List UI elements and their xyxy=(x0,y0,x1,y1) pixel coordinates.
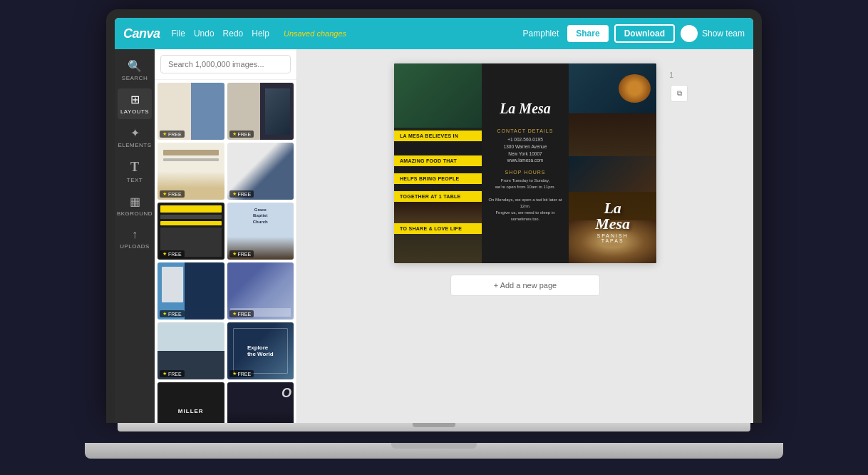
team-avatar xyxy=(681,25,698,42)
canvas-page: LA MESA BELIEVES IN AMAZING FOOD THAT HE… xyxy=(394,63,656,263)
panel-label-2: AMAZING FOOD THAT xyxy=(394,155,482,166)
free-badge: ★ FREE xyxy=(160,370,185,377)
sidebar-uploads-label: UPLOADS xyxy=(120,243,150,250)
share-button[interactable]: Share xyxy=(567,25,608,42)
sidebar-item-search[interactable]: 🔍 SEARCH xyxy=(118,55,152,86)
panel-label-1: LA MESA BELIEVES IN xyxy=(394,131,482,141)
laptop-notch xyxy=(413,423,455,427)
uploads-icon: ↑ xyxy=(132,228,138,241)
menu-undo[interactable]: Undo xyxy=(194,29,215,39)
template-item[interactable]: MILLER ★ FREE xyxy=(157,382,224,423)
sidebar-layouts-label: LAYOUTS xyxy=(120,108,149,115)
pamphlet-panel-right: La Mesa SPANISH TAPAS xyxy=(569,63,656,263)
app-container: Canva File Undo Redo Help Unsaved change… xyxy=(115,18,753,423)
canvas-area: LA MESA BELIEVES IN AMAZING FOOD THAT HE… xyxy=(297,49,753,423)
free-badge: ★ FREE xyxy=(229,370,254,377)
background-icon: ▦ xyxy=(130,195,140,208)
show-team-label: Show team xyxy=(702,29,745,39)
panel-right-logo: La Mesa xyxy=(591,200,634,232)
laptop-bezel: Canva File Undo Redo Help Unsaved change… xyxy=(106,9,762,423)
panel-label-4: TOGETHER AT 1 TABLE xyxy=(394,191,482,202)
laptop-bottom-bar xyxy=(118,423,750,431)
free-badge: ★ FREE xyxy=(229,310,254,317)
free-badge: ★ FREE xyxy=(160,250,185,257)
menu-help[interactable]: Help xyxy=(252,29,269,39)
elements-icon: ✦ xyxy=(130,126,140,140)
panel-label-3: HELPS BRING PEOPLE xyxy=(394,173,482,184)
template-item[interactable]: ★ FREE xyxy=(157,143,224,200)
contact-title: CONTACT DETAILS xyxy=(497,128,554,133)
template-item[interactable]: GraceBaptistChurch ★ FREE xyxy=(227,203,294,260)
free-badge: ★ FREE xyxy=(160,131,185,138)
laptop-screen: Canva File Undo Redo Help Unsaved change… xyxy=(115,18,753,423)
sidebar: 🔍 SEARCH ⊞ LAYOUTS ✦ ELEMENTS T xyxy=(115,49,155,423)
search-input[interactable] xyxy=(160,55,291,73)
page-number: 1 xyxy=(669,71,673,79)
topbar: Canva File Undo Redo Help Unsaved change… xyxy=(115,18,753,49)
sidebar-elements-label: ELEMENTS xyxy=(118,142,151,148)
free-badge: ★ FREE xyxy=(229,131,254,138)
sidebar-item-text[interactable]: T TEXT xyxy=(118,155,152,188)
templates-panel: ★ FREE ★ FREE xyxy=(155,49,297,423)
sidebar-item-background[interactable]: ▦ BKGROUND xyxy=(118,190,152,221)
free-badge: ★ FREE xyxy=(229,190,254,198)
template-item[interactable]: Explorethe World ★ FREE xyxy=(227,322,294,379)
sidebar-text-label: TEXT xyxy=(127,177,143,183)
sidebar-item-uploads[interactable]: ↑ UPLOADS xyxy=(118,224,152,254)
template-item[interactable]: ★ FREE xyxy=(157,262,224,320)
unsaved-changes: Unsaved changes xyxy=(284,29,346,38)
topbar-right: Pamphlet Share Download Show team xyxy=(523,24,745,43)
sidebar-item-layouts[interactable]: ⊞ LAYOUTS xyxy=(118,88,152,119)
laptop-base xyxy=(85,443,783,459)
free-badge: ★ FREE xyxy=(160,310,185,317)
sidebar-search-label: SEARCH xyxy=(122,75,148,81)
template-item[interactable]: ★ FREE xyxy=(157,203,224,260)
free-badge: ★ FREE xyxy=(160,190,185,198)
text-icon: T xyxy=(130,160,139,175)
template-item[interactable]: ★ FREE xyxy=(227,83,294,140)
shop-hours-title: SHOP HOURS xyxy=(505,170,546,175)
pamphlet-panel-middle: La Mesa CONTACT DETAILS +1 002-560-0195 … xyxy=(482,63,569,263)
download-button[interactable]: Download xyxy=(614,24,675,43)
search-bar xyxy=(155,49,296,80)
menu-redo[interactable]: Redo xyxy=(223,29,244,39)
shop-hours-info: From Tuesday to Sunday,we're open from 1… xyxy=(487,178,564,223)
sidebar-item-elements[interactable]: ✦ ELEMENTS xyxy=(118,122,152,153)
topbar-menu: File Undo Redo Help Unsaved changes xyxy=(172,29,346,39)
panel-right-tagline: SPANISH TAPAS xyxy=(591,233,634,243)
laptop-shell: Canva File Undo Redo Help Unsaved change… xyxy=(42,9,826,466)
template-item[interactable]: O OLYMPIC ★ FREE xyxy=(227,382,294,423)
add-page-button[interactable]: + Add a new page xyxy=(450,275,600,296)
layouts-icon: ⊞ xyxy=(130,93,140,106)
templates-grid: ★ FREE ★ FREE xyxy=(155,80,296,423)
contact-info: +1 002-560-0195 1300 Warren Avenue New Y… xyxy=(504,136,547,164)
pamphlet-logo: La Mesa xyxy=(500,101,551,117)
template-item[interactable]: ★ FREE xyxy=(157,83,224,140)
template-item[interactable]: ★ FREE xyxy=(227,262,294,320)
template-item[interactable]: ★ FREE xyxy=(157,322,224,379)
search-icon: 🔍 xyxy=(128,59,142,73)
menu-file[interactable]: File xyxy=(172,29,185,39)
pamphlet-panel-left: LA MESA BELIEVES IN AMAZING FOOD THAT HE… xyxy=(394,63,482,263)
free-badge: ★ FREE xyxy=(229,250,254,257)
doc-title: Pamphlet xyxy=(523,29,559,39)
canva-logo: Canva xyxy=(123,26,160,41)
page-tools: ⧉ xyxy=(671,85,688,102)
template-item[interactable]: ★ FREE xyxy=(227,143,294,200)
panel-label-5: TO SHARE & LOVE LIFE xyxy=(394,223,482,234)
main-content: 🔍 SEARCH ⊞ LAYOUTS ✦ ELEMENTS T xyxy=(115,49,753,423)
show-team-button[interactable]: Show team xyxy=(681,25,745,42)
sidebar-bkground-label: BKGROUND xyxy=(117,210,153,217)
pamphlet-design[interactable]: LA MESA BELIEVES IN AMAZING FOOD THAT HE… xyxy=(394,63,656,263)
duplicate-page-button[interactable]: ⧉ xyxy=(671,85,688,102)
